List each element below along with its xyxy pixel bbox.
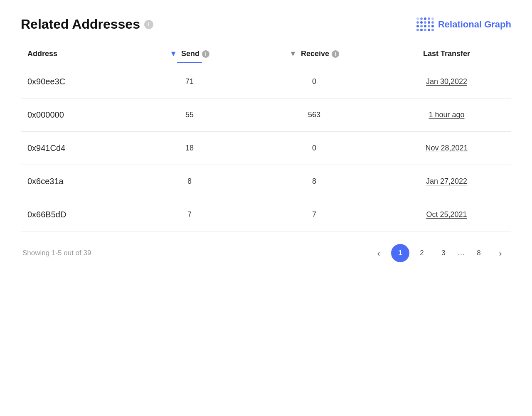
- send-active-indicator: [177, 62, 202, 63]
- pagination-page-2[interactable]: 2: [413, 244, 431, 262]
- table-row: 0x000000555631 hour ago: [21, 98, 511, 132]
- pagination-page-1[interactable]: 1: [391, 244, 409, 262]
- cell-last-transfer[interactable]: Oct 25,2021: [382, 198, 511, 231]
- graph-icon: [416, 17, 434, 31]
- table-row: 0x941Cd4180Nov 28,2021: [21, 132, 511, 165]
- cell-receive: 8: [246, 165, 382, 198]
- title-info-icon[interactable]: i: [144, 20, 153, 29]
- receive-info-icon[interactable]: i: [332, 50, 339, 58]
- showing-text: Showing 1-5 out of 39: [22, 249, 91, 257]
- pagination-ellipsis: …: [456, 249, 466, 257]
- table-body: 0x90ee3C710Jan 30,20220x000000555631 hou…: [21, 65, 511, 231]
- col-header-send[interactable]: ▼ Send i: [133, 44, 246, 65]
- cell-last-transfer[interactable]: Nov 28,2021: [382, 132, 511, 165]
- cell-send: 71: [133, 65, 246, 98]
- transfer-link[interactable]: Jan 30,2022: [426, 77, 467, 86]
- cell-address: 0x000000: [21, 98, 133, 132]
- cell-send: 7: [133, 198, 246, 231]
- transfer-link[interactable]: Jan 27,2022: [426, 177, 467, 185]
- pagination-next[interactable]: ›: [491, 244, 510, 262]
- transfer-link[interactable]: 1 hour ago: [429, 111, 464, 119]
- page-title: Related Addresses: [21, 17, 140, 32]
- table-row: 0x6ce31a88Jan 27,2022: [21, 165, 511, 198]
- pagination-page-8[interactable]: 8: [470, 244, 488, 262]
- page-header: Related Addresses i Relational Gr: [21, 17, 511, 32]
- title-area: Related Addresses i: [21, 17, 153, 32]
- pagination: ‹ 1 2 3 … 8 ›: [369, 244, 510, 262]
- send-header-wrap: ▼ Send i: [139, 49, 240, 58]
- related-addresses-table: Address ▼ Send i ▼ Receive i Last Transf…: [21, 44, 511, 231]
- cell-receive: 0: [246, 132, 382, 165]
- pagination-page-3[interactable]: 3: [434, 244, 453, 262]
- cell-last-transfer[interactable]: 1 hour ago: [382, 98, 511, 132]
- cell-address: 0x66B5dD: [21, 198, 133, 231]
- col-header-last-transfer: Last Transfer: [382, 44, 511, 65]
- cell-last-transfer[interactable]: Jan 27,2022: [382, 165, 511, 198]
- cell-receive: 0: [246, 65, 382, 98]
- table-header-row: Address ▼ Send i ▼ Receive i Last Transf…: [21, 44, 511, 65]
- table-row: 0x66B5dD77Oct 25,2021: [21, 198, 511, 231]
- cell-send: 8: [133, 165, 246, 198]
- cell-send: 18: [133, 132, 246, 165]
- table-footer: Showing 1-5 out of 39 ‹ 1 2 3 … 8 ›: [21, 244, 511, 262]
- transfer-link[interactable]: Oct 25,2021: [426, 210, 467, 219]
- cell-receive: 563: [246, 98, 382, 132]
- cell-address: 0x941Cd4: [21, 132, 133, 165]
- transfer-link[interactable]: Nov 28,2021: [425, 144, 468, 152]
- pagination-prev[interactable]: ‹: [369, 244, 388, 262]
- cell-receive: 7: [246, 198, 382, 231]
- cell-address: 0x90ee3C: [21, 65, 133, 98]
- send-info-icon[interactable]: i: [202, 50, 209, 58]
- receive-header-wrap: ▼ Receive i: [253, 49, 375, 58]
- col-header-receive[interactable]: ▼ Receive i: [246, 44, 382, 65]
- table-row: 0x90ee3C710Jan 30,2022: [21, 65, 511, 98]
- cell-address: 0x6ce31a: [21, 165, 133, 198]
- receive-sort-icon: ▼: [289, 49, 297, 58]
- cell-last-transfer[interactable]: Jan 30,2022: [382, 65, 511, 98]
- send-sort-icon: ▼: [170, 49, 177, 58]
- relational-graph-button[interactable]: Relational Graph: [416, 17, 511, 31]
- relational-graph-label: Relational Graph: [438, 19, 511, 30]
- cell-send: 55: [133, 98, 246, 132]
- col-header-address: Address: [21, 44, 133, 65]
